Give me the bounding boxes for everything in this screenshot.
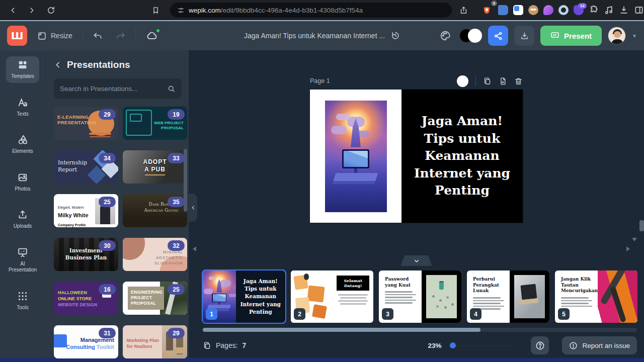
template-card-investment[interactable]: 30 InvestmentBusiness Plan <box>54 238 118 271</box>
extension-notebook-icon[interactable] <box>498 5 508 15</box>
browser-back-icon[interactable] <box>5 3 20 18</box>
scroll-right-arrow[interactable] <box>626 246 630 251</box>
page-thumbnail-5[interactable]: Jangan Klik Tautan Mencurigakan 5 <box>555 270 637 323</box>
back-chevron-icon[interactable] <box>54 61 62 69</box>
slide-image[interactable] <box>325 101 387 212</box>
search-icon[interactable] <box>167 84 176 93</box>
delete-page-icon[interactable] <box>514 77 523 85</box>
wepik-logo[interactable]: Ш <box>7 26 27 46</box>
undo-button[interactable] <box>90 27 106 45</box>
account-caret-icon[interactable]: ▼ <box>632 33 637 39</box>
search-input[interactable] <box>60 85 167 93</box>
filmstrip: Jaga Aman! Tips untuk Keamanan Internet … <box>203 270 637 324</box>
downloads-icon[interactable] <box>619 5 629 15</box>
zoom-slider[interactable] <box>449 345 514 346</box>
template-card-adopt-a-pub[interactable]: 33 ADOPTA PUB <box>123 150 187 184</box>
zoom-slider-thumb[interactable] <box>450 342 456 348</box>
panel-scrollbar[interactable] <box>184 149 187 355</box>
document-title[interactable]: Jaga Aman! Tips untuk Keamanan Internet … <box>244 32 385 40</box>
extension-purple-icon[interactable] <box>543 5 553 15</box>
photos-icon <box>17 172 28 183</box>
duplicate-page-icon[interactable] <box>483 77 492 85</box>
brave-shield-icon[interactable]: 3 <box>479 3 494 18</box>
sidebar-item-uploads[interactable]: Uploads <box>6 206 39 233</box>
template-card-minimal-aesthetic[interactable]: 32 MINIMALAESTHETICSLIDESHOW <box>123 238 187 271</box>
template-card-milky-white[interactable]: 25 Elegant, ModernMilky WhiteCompany Pro… <box>54 194 118 227</box>
resize-label: Resize <box>51 32 72 40</box>
scroll-left-arrow[interactable] <box>193 246 196 251</box>
template-card-engineering[interactable]: 25 ENGINEERINGPROJECTPROPOSAL <box>123 282 187 315</box>
report-issue-label: Report an issue <box>582 342 630 349</box>
slide-title-text[interactable]: Jaga Aman! Tips untuk Keamanan Internet … <box>411 113 514 200</box>
browser-reload-icon[interactable] <box>43 3 58 18</box>
template-card-web-project[interactable]: 19 WEB PROJECTPROPOSAL <box>123 107 187 140</box>
download-button[interactable] <box>514 26 534 46</box>
template-card-halloween[interactable]: 16 HALLOWEENONLINE STOREWEBSITE DESIGN <box>54 282 118 315</box>
page-number-badge: 5 <box>558 308 570 320</box>
template-badge: 29 <box>168 328 185 338</box>
resize-button[interactable]: Resize <box>34 27 75 45</box>
page-thumbnail-4[interactable]: Perbarui Perangkat Lunak 4 <box>467 270 549 323</box>
slide-left-half[interactable] <box>310 89 401 223</box>
user-avatar[interactable] <box>608 27 626 45</box>
template-card-dark-roman[interactable]: 35 Dark RomanAmerican Gothic <box>123 194 187 227</box>
sidebar-item-photos[interactable]: Photos <box>6 169 39 196</box>
light-theme-circle[interactable] <box>468 29 482 43</box>
present-button[interactable]: Present <box>540 26 602 46</box>
extension-translate-icon[interactable] <box>513 5 523 15</box>
share-button[interactable] <box>488 26 508 46</box>
history-icon[interactable] <box>391 31 400 40</box>
template-card-internship[interactable]: 34 InternshipReport <box>54 150 118 184</box>
canvas-vertical-scrollbar[interactable] <box>639 220 644 231</box>
sidebar-item-tools[interactable]: Tools <box>6 288 39 314</box>
report-issue-button[interactable]: Report an issue <box>562 336 637 354</box>
template-card-elearning[interactable]: 29 E-LEARNINGPRESENTATION <box>54 107 118 140</box>
extension-badge-icon[interactable]: 12 <box>574 5 584 15</box>
redo-button[interactable] <box>113 27 128 45</box>
template-card-marketing-realtors[interactable]: 29 Marketing Planfor Realtors <box>123 325 187 358</box>
extension-avatar-icon[interactable] <box>528 5 538 15</box>
media-control-icon[interactable] <box>604 5 614 15</box>
page-label: Page 1 <box>310 77 330 84</box>
search-box[interactable] <box>54 78 182 99</box>
extensions-puzzle-icon[interactable] <box>589 5 599 15</box>
page-thumbnail-2[interactable]: Selamat Datang! 2 <box>291 270 373 323</box>
sidebar-toggle-icon[interactable] <box>634 5 644 15</box>
pages-info: Pages: 7 <box>203 341 246 350</box>
slide-page-1[interactable]: Jaga Aman! Tips untuk Keamanan Internet … <box>310 89 523 223</box>
ai-presentation-icon <box>17 247 28 258</box>
sidebar-item-texts[interactable]: Texts <box>6 94 39 121</box>
palette-icon[interactable] <box>437 26 454 45</box>
alert-icon <box>569 341 578 350</box>
sidebar-item-templates[interactable]: Templates <box>6 56 39 83</box>
texts-icon <box>17 97 28 108</box>
theme-toggle[interactable] <box>460 29 482 43</box>
site-settings-icon[interactable] <box>177 7 185 14</box>
help-button[interactable] <box>531 336 549 354</box>
template-badge: 32 <box>168 240 185 251</box>
extensions-row: 12 <box>498 5 644 15</box>
page-background-swatch[interactable] <box>457 75 468 87</box>
url-bar[interactable]: wepik.com/edit/9bbdb4cc-496a-4e4d-b3b1-4… <box>170 3 452 18</box>
divider <box>135 29 136 43</box>
share-page-icon[interactable] <box>456 3 471 18</box>
scroll-down-arrow[interactable] <box>632 238 637 241</box>
page-thumbnail-3[interactable]: Password yang Kuat 3 <box>379 270 461 323</box>
panel-back-header[interactable]: Presentations <box>54 59 182 70</box>
filmstrip-collapse-button[interactable] <box>401 255 432 266</box>
question-icon <box>535 341 545 350</box>
bookmark-icon[interactable] <box>148 3 163 18</box>
sidebar-item-elements[interactable]: Elements <box>6 131 39 158</box>
add-page-icon[interactable] <box>499 77 507 85</box>
filmstrip-scrollbar[interactable] <box>203 328 637 332</box>
template-badge: 30 <box>99 240 116 251</box>
browser-forward-icon[interactable] <box>24 3 39 18</box>
slide-right-half[interactable]: Jaga Aman! Tips untuk Keamanan Internet … <box>401 89 523 223</box>
panel-collapse-handle[interactable] <box>189 194 197 222</box>
status-bar: Pages: 7 23% Report an issue <box>189 333 644 358</box>
page-thumbnail-1[interactable]: Jaga Aman! Tips untuk Keamanan Internet … <box>203 270 285 323</box>
extension-o-icon[interactable] <box>558 5 569 15</box>
sidebar-item-ai-presentation[interactable]: AI Presentation <box>6 244 39 277</box>
template-card-management[interactable]: 31 ManagementConsulting Toolkit <box>54 325 118 358</box>
document-title-area[interactable]: Jaga Aman! Tips untuk Keamanan Internet … <box>244 31 400 40</box>
